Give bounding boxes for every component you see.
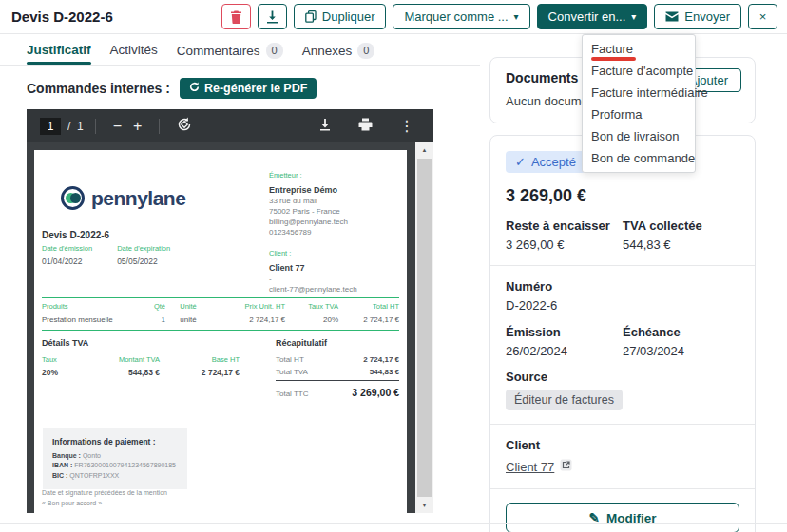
copy-icon: [305, 10, 317, 23]
modify-button[interactable]: ✎ Modifier: [506, 503, 739, 532]
menu-item-facture[interactable]: Facture: [583, 38, 695, 60]
payment-info-title: Informations de paiement :: [52, 436, 178, 448]
pdf-toolbar: 1 / 1 − + ⋮: [27, 109, 433, 142]
download-button[interactable]: [258, 4, 287, 29]
page-number-input[interactable]: 1: [40, 118, 61, 135]
pdf-dates: Date d'émission 01/04/2022 Date d'expira…: [42, 244, 170, 266]
menu-item-facture-intermediaire[interactable]: Facture intermédiaire: [583, 82, 695, 104]
reste-label: Reste à encaisser: [506, 218, 623, 233]
tab-commentaires[interactable]: Commentaires 0: [177, 43, 283, 65]
quote-details-card: ✓ Accepté 3 269,00 € Reste à encaisser 3…: [489, 135, 756, 532]
regenerate-pdf-label: Re-générer le PDF: [204, 82, 307, 95]
tab-bar: Justificatif Activités Commentaires 0 An…: [0, 43, 480, 66]
toolbar-divider: [95, 119, 96, 134]
zoom-in-button[interactable]: +: [127, 119, 147, 134]
regenerate-pdf-button[interactable]: Re-générer le PDF: [180, 78, 317, 99]
send-button[interactable]: Envoyer: [654, 4, 741, 29]
emission-value: 26/02/2024: [506, 344, 623, 358]
total-tva-value: 544,83 €: [370, 368, 399, 376]
tab-label: Activités: [110, 43, 158, 57]
tab-label: Justificatif: [27, 43, 91, 57]
internal-commands-label: Commandes internes :: [27, 81, 170, 96]
download-icon: [266, 10, 278, 24]
tva-details-row: 20% 544,83 € 2 724,17 €: [42, 368, 240, 377]
tva-collectee-value: 544,83 €: [623, 238, 739, 252]
refresh-icon: [189, 82, 200, 95]
close-icon: ×: [759, 10, 767, 24]
pdf-viewer: 1 / 1 − + ⋮: [27, 109, 433, 513]
mark-as-button[interactable]: Marquer comme ... ▾: [393, 4, 529, 29]
mark-as-label: Marquer comme ...: [404, 10, 508, 24]
envelope-icon: [665, 11, 679, 22]
convert-dropdown-menu: Facture Facture d'acompte Facture interm…: [582, 34, 696, 173]
issuer-address-1: 33 rue du mail: [269, 197, 348, 207]
payment-bank: Banque : Qonto: [52, 451, 178, 462]
convert-to-label: Convertir en...: [548, 10, 626, 24]
chevron-down-icon: ▾: [631, 12, 636, 22]
payment-info-box: Informations de paiement : Banque : Qont…: [43, 428, 187, 489]
pdf-client-block: Client : Client 77 - client-77@pennylane…: [269, 249, 357, 294]
payment-bic: BIC : QNTOFRP1XXX: [52, 471, 178, 482]
page-title: Devis D-2022-6: [11, 9, 113, 25]
client-link[interactable]: Client 77: [506, 460, 554, 474]
menu-item-facture-acompte[interactable]: Facture d'acompte: [583, 60, 695, 82]
kebab-menu-icon[interactable]: ⋮: [394, 119, 420, 134]
amounts-row: Reste à encaisser 3 269,00 € TVA collect…: [506, 218, 739, 252]
internal-commands-row: Commandes internes : Re-générer le PDF: [27, 78, 480, 99]
total-ttc-label: Total TTC: [276, 390, 309, 398]
scroll-up-icon[interactable]: ▲: [415, 142, 433, 158]
pdf-doc-title: Devis D-2022-6: [42, 230, 109, 240]
print-icon[interactable]: [353, 118, 378, 134]
duplicate-button[interactable]: Dupliquer: [294, 4, 387, 29]
reste-value: 3 269,00 €: [506, 238, 623, 252]
pdf-page: pennylane Émetteur : Entreprise Démo 33 …: [34, 150, 407, 513]
convert-to-button[interactable]: Convertir en... ▾: [537, 4, 648, 29]
tab-justificatif[interactable]: Justificatif: [27, 43, 91, 63]
echeance-label: Échéance: [623, 325, 739, 339]
status-label: Accepté: [531, 155, 576, 169]
pdf-download-icon[interactable]: [313, 118, 337, 135]
tva-details-title: Détails TVA: [42, 338, 240, 348]
content-bottom-border: [0, 523, 787, 524]
menu-item-bon-commande[interactable]: Bon de commande: [583, 147, 695, 169]
status-badge: ✓ Accepté: [506, 151, 585, 173]
total-ht-label: Total HT: [276, 355, 304, 364]
expiration-date-label: Date d'expiration: [117, 244, 170, 253]
app-window: Devis D-2022-6 Dupliquer Marquer comme .…: [0, 0, 787, 532]
external-link-icon[interactable]: [560, 458, 572, 475]
products-table-header: Produits Qté Unité Prix Unit. HT Taux TV…: [42, 298, 399, 314]
scroll-down-icon[interactable]: ▼: [415, 498, 433, 513]
tva-details: Détails TVA Taux Montant TVA Base HT 20%…: [42, 338, 240, 398]
issuer-label: Émetteur :: [269, 171, 348, 180]
total-ttc-value: 3 269,00 €: [352, 387, 399, 398]
delete-button[interactable]: [221, 4, 251, 29]
pdf-viewport: pennylane Émetteur : Entreprise Démo 33 …: [27, 142, 433, 513]
products-table-row: Prestation mensuelle 1 unité 2 724,17 € …: [42, 314, 399, 330]
divider: [490, 488, 755, 489]
tab-label: Annexes: [302, 44, 353, 58]
top-header: Devis D-2022-6 Dupliquer Marquer comme .…: [0, 0, 787, 34]
page-count: 1: [77, 120, 84, 133]
tab-annexes[interactable]: Annexes 0: [302, 43, 375, 65]
page-separator: /: [67, 120, 70, 133]
numero-block: Numéro D-2022-6: [506, 279, 739, 313]
pdf-scrollbar[interactable]: ▲ ▼: [415, 142, 433, 513]
issuer-email: billing@pennylane.tech: [269, 218, 348, 228]
scrollbar-thumb[interactable]: [417, 159, 432, 497]
menu-item-bon-livraison[interactable]: Bon de livraison: [583, 125, 695, 147]
emission-date-label: Date d'émission: [42, 244, 92, 253]
tab-count-badge: 0: [357, 43, 374, 59]
duplicate-label: Dupliquer: [322, 10, 375, 24]
zoom-out-button[interactable]: −: [107, 119, 127, 134]
rotate-icon[interactable]: [171, 117, 198, 135]
tab-label: Commentaires: [177, 44, 260, 58]
signature-mention: Date et signature précédées de la mentio…: [42, 487, 167, 508]
source-block: Source Éditeur de factures: [506, 370, 739, 410]
tab-activites[interactable]: Activités: [110, 43, 158, 63]
menu-item-proforma[interactable]: Proforma: [583, 104, 695, 125]
check-icon: ✓: [515, 155, 526, 169]
issuer-block: Émetteur : Entreprise Démo 33 rue du mai…: [269, 171, 348, 238]
pennylane-logo-icon: [61, 186, 85, 210]
close-button[interactable]: ×: [748, 4, 777, 29]
trash-icon: [230, 10, 242, 24]
